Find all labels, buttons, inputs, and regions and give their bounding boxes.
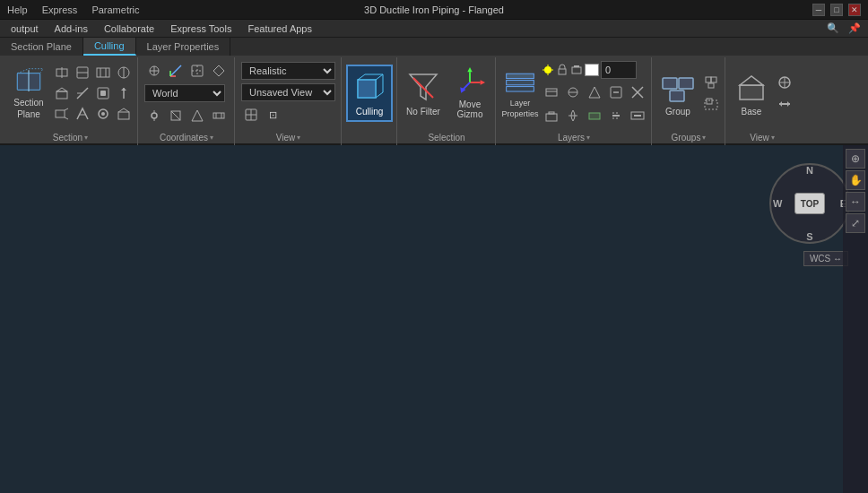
- view-right-icon-2[interactable]: [775, 94, 794, 114]
- minimize-button[interactable]: ─: [812, 4, 825, 16]
- nav-extent-tool[interactable]: ⤢: [846, 213, 865, 233]
- visual-style-select[interactable]: Realistic: [241, 62, 335, 80]
- layer-icon-1[interactable]: [542, 82, 561, 102]
- svg-rect-105: [740, 85, 763, 99]
- coord-btn-1[interactable]: [144, 61, 164, 81]
- parametric-menu[interactable]: Parametric: [91, 4, 139, 15]
- section-btn-3[interactable]: [93, 63, 113, 82]
- section-btn-12[interactable]: [114, 104, 134, 124]
- layers-group-label[interactable]: Layers ▾: [500, 129, 647, 145]
- coord-btn-8[interactable]: [209, 106, 229, 125]
- svg-rect-102: [708, 83, 714, 88]
- svg-rect-47: [213, 113, 224, 118]
- section-plane-button[interactable]: Section Plane: [7, 65, 50, 122]
- section-btn-5[interactable]: [52, 83, 72, 103]
- section-btn-4[interactable]: [114, 63, 134, 82]
- layer-icon-7[interactable]: [563, 106, 583, 125]
- viewport[interactable]: N S E W TOP WCS ↔ ⊕ ✋ ↔ ⤢: [0, 145, 868, 493]
- svg-point-71: [544, 66, 551, 74]
- tab-layer-properties[interactable]: Layer Properties: [136, 38, 231, 56]
- groups-icon-2[interactable]: [701, 94, 721, 114]
- nav-zoom-tool[interactable]: ⊕: [846, 149, 865, 169]
- coord-group-label[interactable]: Coordinates ▾: [143, 129, 230, 145]
- svg-line-55: [376, 74, 383, 80]
- layers-arrow-icon: ▾: [586, 134, 590, 142]
- maximize-button[interactable]: □: [830, 4, 843, 16]
- svg-rect-98: [679, 78, 693, 89]
- section-btn-9[interactable]: [52, 104, 72, 124]
- svg-rect-88: [546, 114, 557, 121]
- layer-icon-5[interactable]: [628, 82, 647, 102]
- section-btn-10[interactable]: [73, 104, 92, 124]
- menu-featured-apps[interactable]: Featured Apps: [240, 22, 319, 36]
- layer-icon-2[interactable]: [563, 82, 583, 102]
- group-button[interactable]: Group: [656, 65, 699, 122]
- compass[interactable]: N S E W TOP: [769, 163, 850, 244]
- culling-button[interactable]: Culling: [346, 65, 393, 122]
- layers-group-buttons: Layer Properties: [500, 57, 647, 129]
- ribbon-pin[interactable]: 📌: [845, 19, 864, 39]
- menu-express-tools[interactable]: Express Tools: [163, 22, 239, 36]
- layer-icon-6[interactable]: [542, 106, 561, 125]
- coord-btn-6[interactable]: [166, 106, 186, 125]
- svg-line-58: [376, 92, 383, 98]
- view-right-label[interactable]: View ▾: [730, 129, 794, 145]
- menu-output[interactable]: output: [4, 22, 46, 36]
- view-name-select[interactable]: Unsaved View: [241, 83, 335, 101]
- coord-btn-5[interactable]: [144, 106, 164, 125]
- close-button[interactable]: ✕: [848, 4, 861, 16]
- svg-line-2: [40, 69, 43, 74]
- world-select[interactable]: World: [144, 84, 225, 102]
- svg-marker-111: [787, 101, 790, 107]
- nav-pan-tool[interactable]: ✋: [846, 170, 865, 190]
- section-btn-8[interactable]: [114, 83, 134, 103]
- compass-top-button[interactable]: TOP: [794, 193, 825, 214]
- nav-orbit-tool[interactable]: ↔: [846, 192, 865, 212]
- groups-group-label[interactable]: Groups ▾: [656, 129, 721, 145]
- view-btn-1[interactable]: [241, 105, 261, 125]
- layer-icon-9[interactable]: [606, 106, 626, 125]
- ribbon-group-coordinates: World: [139, 57, 235, 145]
- section-btn-11[interactable]: [93, 104, 113, 124]
- culling-label: Culling: [356, 107, 384, 117]
- coord-btn-2[interactable]: [166, 61, 186, 81]
- express-menu[interactable]: Express: [42, 4, 78, 15]
- view-right-icon-1[interactable]: [775, 73, 794, 92]
- section-group-buttons: Section Plane: [7, 57, 134, 129]
- wcs-label[interactable]: WCS ↔: [803, 251, 848, 266]
- layer-properties-button[interactable]: Layer Properties: [500, 65, 540, 122]
- coord-btn-3[interactable]: [187, 61, 207, 81]
- layer-icon-3[interactable]: [585, 82, 604, 102]
- layer-number-input[interactable]: [601, 61, 637, 79]
- section-btn-2[interactable]: [73, 63, 92, 82]
- section-plane-label: Section: [13, 98, 43, 108]
- groups-icon-1[interactable]: [701, 73, 721, 92]
- tab-section-plane[interactable]: Section Plane: [0, 38, 83, 56]
- window-controls[interactable]: ─ □ ✕: [812, 4, 861, 16]
- section-group-label[interactable]: Section ▾: [7, 129, 134, 145]
- groups-group-buttons: Group: [656, 57, 721, 129]
- layer-icon-4[interactable]: [606, 82, 626, 102]
- section-btn-7[interactable]: [93, 83, 113, 103]
- svg-rect-104: [707, 99, 712, 104]
- view-group-label[interactable]: View ▾: [239, 129, 337, 145]
- no-filter-button[interactable]: No Filter: [402, 65, 445, 122]
- color-swatch[interactable]: [585, 64, 599, 76]
- svg-rect-101: [711, 77, 716, 82]
- coord-btn-7[interactable]: [187, 106, 207, 125]
- svg-point-41: [152, 113, 157, 118]
- base-button[interactable]: Base: [730, 65, 773, 122]
- menu-collaborate[interactable]: Collaborate: [97, 22, 161, 36]
- menu-addins[interactable]: Add-ins: [48, 22, 95, 36]
- help-menu[interactable]: Help: [7, 4, 28, 15]
- section-btn-6[interactable]: [73, 83, 92, 103]
- move-gizmo-button[interactable]: Move Gizmo: [448, 65, 491, 122]
- layer-icon-8[interactable]: [585, 106, 604, 125]
- base-icon: [734, 71, 768, 105]
- ribbon-search[interactable]: 🔍: [823, 19, 843, 39]
- coord-btn-4[interactable]: [209, 61, 229, 81]
- layer-icon-10[interactable]: [628, 106, 647, 125]
- view-btn-2[interactable]: ⊡: [263, 105, 282, 125]
- section-btn-1[interactable]: [52, 63, 72, 82]
- tab-culling[interactable]: Culling: [83, 38, 136, 56]
